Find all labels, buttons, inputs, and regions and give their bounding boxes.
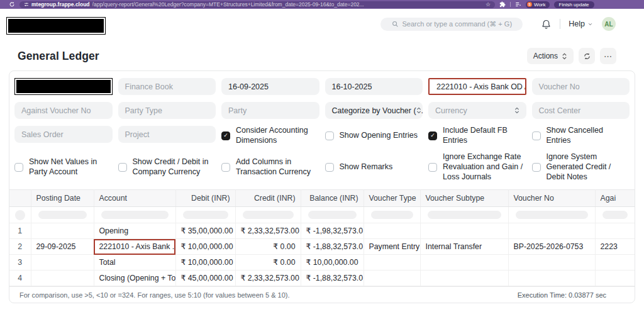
address-bar[interactable]: mtegroup.frappe.cloud/app/query-report/G… [19,1,495,8]
user-avatar[interactable]: AL [602,17,616,31]
cell-debit[interactable]: ₹ 35,00,000.00 [175,223,235,239]
reload-icon[interactable] [9,1,15,8]
cost-center-filter[interactable]: Cost Center [532,102,630,119]
extensions-icon[interactable] [499,1,506,8]
voucher-no-filter[interactable]: Voucher No [532,78,630,95]
from-date-filter[interactable]: 16-09-2025 [221,78,319,95]
row-index[interactable]: 3 [9,255,31,271]
checkbox-show-net-values[interactable]: Show Net Values in Party Account [14,152,113,182]
account-filter-highlighted[interactable]: 2221010 - Axis Bank OD A/... [428,78,526,95]
cell-balance[interactable]: ₹ -1,88,32,573.0 [301,271,364,286]
col-voucher-subtype[interactable]: Voucher Subtype [420,190,508,207]
checkbox-ignore-system-generated-notes[interactable]: Ignore System Generated Credit / Debit N… [532,152,630,182]
cell-credit[interactable]: ₹ 2,33,32,573.00 [235,223,301,239]
col-credit[interactable]: Credit (INR) [235,190,301,207]
project-filter[interactable]: Project [118,126,216,143]
help-menu[interactable]: Help [569,20,593,28]
filter-cell[interactable] [595,207,635,223]
cell-debit[interactable]: ₹ 10,00,000.00 [175,255,235,271]
cell-account-highlighted[interactable]: 2221010 - Axis Bank ... [94,239,175,255]
company-filter-redacted[interactable] [14,78,113,95]
cell-voucher-type[interactable] [364,255,420,271]
cell-voucher-type[interactable] [364,223,420,239]
cell-voucher-subtype[interactable]: Internal Transfer [420,239,508,255]
checkbox-show-remarks[interactable]: Show Remarks [325,152,423,182]
cell-against[interactable] [595,255,635,271]
cell-voucher-no[interactable] [508,223,595,239]
cell-voucher-subtype[interactable] [420,223,508,239]
filter-cell[interactable] [31,207,94,223]
column-filter-input[interactable] [243,211,294,219]
filter-cell[interactable] [420,207,508,223]
cell-posting-date[interactable] [31,255,94,271]
browser-panel-icon[interactable] [515,1,521,8]
cell-voucher-type[interactable] [364,271,420,286]
col-against[interactable]: Agai [595,190,635,207]
company-logo-redacted[interactable] [6,17,106,35]
filter-cell[interactable] [508,207,595,223]
column-filter-input[interactable] [101,211,169,219]
against-voucher-no-filter[interactable]: Against Voucher No [14,102,113,119]
categorize-by-voucher-select[interactable]: Categorize by Voucher ( .. [325,102,423,119]
checkbox-ignore-exchange-rate-revaluation[interactable]: Ignore Exchange Rate Revaluation and Gai… [428,152,526,182]
cell-voucher-subtype[interactable] [420,255,508,271]
cell-against[interactable] [595,223,635,239]
filter-cell[interactable] [364,207,420,223]
cell-account[interactable]: Total [94,255,175,271]
filter-cell[interactable] [94,207,175,223]
to-date-filter[interactable]: 16-10-2025 [325,78,423,95]
cell-posting-date[interactable] [31,223,94,239]
cell-posting-date[interactable]: 29-09-2025 [31,239,94,255]
row-index[interactable]: 2 [9,239,31,255]
column-filter-input[interactable] [38,211,87,219]
cell-balance[interactable]: ₹ -1,88,32,573.0 [301,239,364,255]
notifications-bell-icon[interactable] [541,19,552,30]
col-posting-date[interactable]: Posting Date [31,190,94,207]
row-index[interactable]: 1 [9,223,31,239]
column-filter-input[interactable] [428,211,501,219]
finance-book-filter[interactable]: Finance Book [118,78,216,95]
cell-balance[interactable]: ₹ 10,00,000.00 [301,255,364,271]
cell-credit[interactable]: ₹ 0.00 [235,239,301,255]
actions-button[interactable]: Actions [527,48,574,64]
cell-voucher-no[interactable] [508,255,595,271]
cell-credit[interactable]: ₹ 2,33,32,573.00 [235,271,301,286]
browser-profile-chip[interactable]: S Work [526,1,550,8]
checkbox-show-opening-entries[interactable]: Show Opening Entries [325,126,423,145]
currency-select[interactable]: Currency [428,102,526,119]
cell-balance[interactable]: ₹ -1,98,32,573.0 [301,223,364,239]
checkbox-show-cancelled-entries[interactable]: Show Cancelled Entries [532,126,630,145]
col-voucher-no[interactable]: Voucher No [508,190,595,207]
filter-cell[interactable] [175,207,235,223]
sales-order-filter[interactable]: Sales Order [14,126,113,143]
checkbox-include-default-fb-entries[interactable]: ✓ Include Default FB Entries [428,126,526,145]
column-filter-input[interactable] [371,211,413,219]
cell-posting-date[interactable] [31,271,94,286]
cell-credit[interactable]: ₹ 0.00 [235,255,301,271]
col-account[interactable]: Account [94,190,175,207]
col-debit[interactable]: Debit (INR) [175,190,235,207]
cell-voucher-no[interactable]: BP-2025-2026-0753 [508,239,595,255]
global-search-input[interactable]: Search or type a command (⌘ + G) [380,18,523,31]
party-type-filter[interactable]: Party Type [118,102,216,119]
column-filter-input[interactable] [308,211,357,219]
cell-debit[interactable]: ₹ 10,00,000.00 [175,239,235,255]
cell-voucher-type[interactable]: Payment Entry [364,239,420,255]
cell-voucher-subtype[interactable] [420,271,508,286]
finish-update-button[interactable]: Finish update [554,1,594,8]
site-settings-icon[interactable] [24,2,29,7]
column-filter-input[interactable] [516,211,588,219]
checkbox-show-credit-debit-company-currency[interactable]: Show Credit / Debit in Company Currency [118,152,216,182]
cell-account[interactable]: Closing (Opening + Tot... [94,271,175,286]
checkbox-add-columns-transaction-currency[interactable]: Add Columns in Transaction Currency [221,152,319,182]
column-filter-input[interactable] [183,211,228,219]
filter-cell[interactable] [301,207,364,223]
filter-cell[interactable] [235,207,301,223]
cell-debit[interactable]: ₹ 45,00,000.00 [175,271,235,286]
checkbox-consider-accounting-dimensions[interactable]: ✓ Consider Accounting Dimensions [221,126,319,145]
cell-against[interactable] [595,271,635,286]
cell-against[interactable]: 2223 [595,239,635,255]
refresh-button[interactable] [579,48,595,64]
filter-cell[interactable] [9,207,31,223]
filter-circle[interactable] [15,210,25,220]
